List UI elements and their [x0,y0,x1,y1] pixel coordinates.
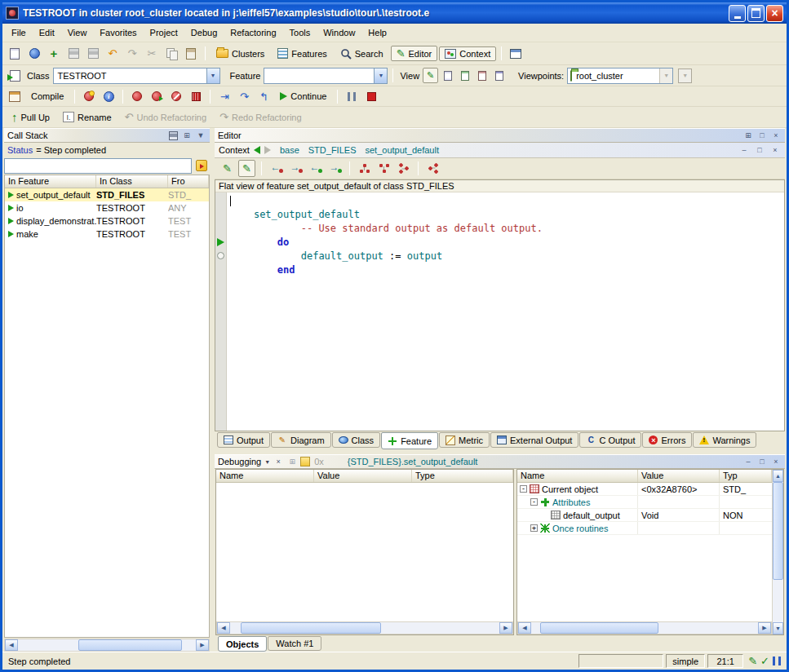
stack-window-icon[interactable]: ⊞ [286,457,298,467]
tab-diagram[interactable]: ✎Diagram [271,432,331,448]
melt-button[interactable] [80,87,98,105]
new-document-button[interactable] [6,45,24,63]
features-button[interactable]: Features [272,46,332,61]
viewpoints-extra-dropdown[interactable]: ▼ [678,69,692,83]
minimize-context-icon[interactable]: – [738,145,750,156]
tab-external-output[interactable]: External Output [490,432,578,448]
column-name[interactable]: Name [216,470,314,482]
compile-tool-button[interactable] [6,87,24,105]
close-context-icon[interactable]: × [769,145,781,156]
tab-feature[interactable]: Feature [381,432,438,449]
show-callees-button[interactable] [287,160,304,177]
watch-table-body[interactable] [216,483,513,621]
view-contract-button[interactable] [491,68,507,83]
minimize-debug-icon[interactable]: – [742,457,754,467]
menu-refactoring[interactable]: Refactoring [224,25,282,40]
breadcrumb-class[interactable]: STD_FILES [308,145,357,155]
tab-metric[interactable]: Metric [439,432,490,448]
enable-breakpoints-button[interactable] [148,87,166,105]
column-value[interactable]: Value [314,470,412,482]
set-stack-depth-button[interactable] [193,157,210,174]
scroll-right-icon[interactable]: ▶ [196,639,209,651]
notes-icon[interactable] [300,457,310,466]
maximize-debug-icon[interactable]: □ [756,457,768,467]
call-stack-row[interactable]: makeTESTROOTTEST [5,228,209,241]
object-tree-row[interactable]: -Attributes [517,496,772,509]
call-stack-hscrollbar[interactable]: ◀ ▶ [4,639,210,652]
menu-view[interactable]: View [61,25,94,40]
dock-panel-icon[interactable]: ⊞ [181,130,193,141]
show-suppliers-button[interactable] [424,160,441,177]
menu-file[interactable]: File [5,25,33,40]
pin-icon[interactable]: ▼ [195,130,206,141]
menu-project[interactable]: Project [144,25,184,40]
debugging-tool-selector[interactable]: Debugging ▼ [218,457,270,466]
tab-output[interactable]: Output [217,432,270,448]
show-breakpoints-button[interactable] [128,87,146,105]
feature-combo[interactable]: ▼ [264,68,388,84]
view-flat-button[interactable] [474,68,490,83]
feature-combo-dropdown-icon[interactable]: ▼ [374,69,387,83]
column-type[interactable]: Type [412,470,513,482]
view-basic-text-button[interactable] [440,68,455,83]
hex-format-toggle[interactable]: 0x [314,457,324,466]
tab-class[interactable]: Class [332,432,381,448]
show-descendants-button[interactable] [375,160,392,177]
column-value[interactable]: Value [638,470,720,482]
stack-depth-input[interactable] [4,158,192,174]
undock-editor-icon[interactable]: ⊞ [742,130,754,141]
show-ancestors-button[interactable] [356,160,373,177]
disable-breakpoints-button[interactable] [167,87,185,105]
collapse-box-icon[interactable]: - [530,498,538,506]
clusters-button[interactable]: Clusters [211,46,270,61]
open-button[interactable] [25,45,43,63]
object-tree-row[interactable]: -Current object<0x32A8760>STD_ [517,483,772,496]
column-in-feature[interactable]: In Feature [5,175,96,188]
redo-refactoring-button[interactable]: ↷ Redo Refactoring [214,109,308,125]
stop-button[interactable] [362,87,380,105]
pause-button[interactable] [343,87,361,105]
scroll-up-icon[interactable]: ▲ [773,470,783,482]
cut-button[interactable]: ✂ [143,45,161,63]
objects-table-hscrollbar[interactable]: ◀ ▶ [517,621,772,634]
class-tool-button[interactable] [6,67,24,85]
maximize-context-icon[interactable]: □ [754,145,765,156]
tab-c-output[interactable]: CC Output [579,432,641,448]
scroll-left-icon[interactable]: ◀ [518,622,531,634]
scroll-left-icon[interactable]: ◀ [5,639,18,651]
column-from[interactable]: Fro [168,175,209,188]
search-button[interactable]: Search [335,46,389,62]
tab-watch-1[interactable]: Watch #1 [268,636,321,651]
call-stack-row[interactable]: display_demonstrat...TESTROOTTEST [5,214,209,228]
maximize-button[interactable] [747,5,765,22]
redo-button[interactable]: ↷ [123,45,141,63]
breadcrumb-feature[interactable]: set_output_default [365,145,439,155]
step-into-button[interactable]: ⇥ [215,87,233,105]
tab-warnings[interactable]: Warnings [693,432,756,448]
menu-window[interactable]: Window [317,25,361,40]
code-area[interactable]: set_output_default -- Use standard outpu… [215,192,784,431]
scroll-left-icon[interactable]: ◀ [217,622,230,634]
close-editor-icon[interactable]: × [770,130,782,141]
continue-button[interactable]: Continue [274,89,332,104]
call-stack-row[interactable]: set_output_defaultSTD_FILESSTD_ [5,188,209,201]
editor-gutter[interactable] [215,192,227,431]
minimize-button[interactable] [729,5,746,22]
show-callers-button[interactable] [268,160,285,177]
close-debug-icon[interactable]: × [770,457,782,467]
class-combo[interactable]: TESTROOT ▼ [53,68,220,84]
new-window-button[interactable] [507,45,525,63]
watch-table-hscrollbar[interactable]: ◀ ▶ [216,621,513,634]
rename-button[interactable]: I. Rename [57,109,117,125]
history-back-icon[interactable] [254,146,260,154]
undo-refactoring-button[interactable]: ↶ Undo Refactoring [119,109,213,125]
viewpoints-combo[interactable]: root_cluster ▼ [567,68,673,84]
save-button[interactable] [64,45,82,63]
system-info-button[interactable]: i [100,87,117,105]
show-assigners-button[interactable] [307,160,324,177]
scroll-right-icon[interactable]: ▶ [499,622,512,634]
save-all-button[interactable] [84,45,102,63]
scroll-down-icon[interactable]: ▼ [773,622,783,634]
column-in-class[interactable]: In Class [96,175,168,188]
viewpoints-dropdown-icon[interactable]: ▼ [659,69,672,83]
